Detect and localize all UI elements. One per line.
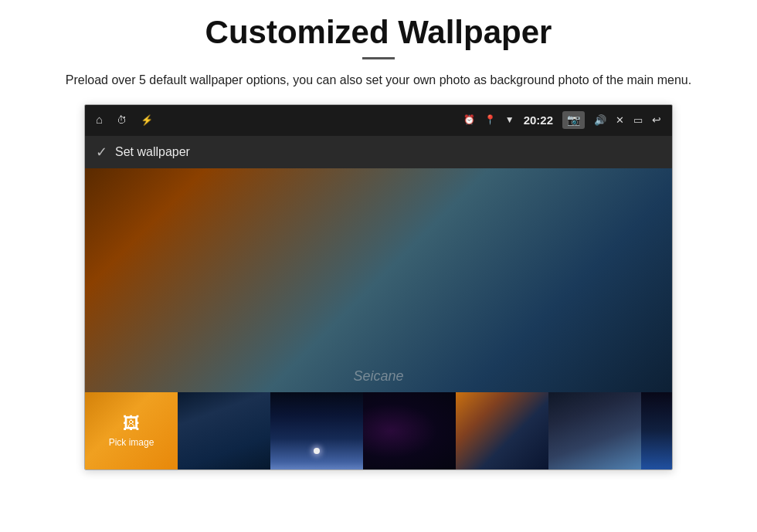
back-icon: ↩ [652, 114, 661, 127]
wallpaper-thumb-2[interactable] [270, 392, 363, 469]
android-mockup: ⌂ ⏱ ⚡ ⏰ 📍 ▼ 20:22 📷 🔊 ✕ ▭ ↩ ✓ Set wallpa… [84, 104, 673, 470]
window-icon: ▭ [633, 114, 643, 127]
pick-image-label: Pick image [109, 437, 154, 448]
home-icon: ⌂ [96, 114, 103, 127]
set-wallpaper-label: Set wallpaper [115, 145, 190, 159]
wallpaper-thumb-6[interactable] [641, 392, 672, 469]
image-pick-icon: 🖼 [123, 414, 140, 434]
location-icon: 📍 [484, 114, 496, 126]
clock-icon: ⏱ [117, 114, 127, 127]
thumbnails-row: 🖼 Pick image [85, 392, 672, 469]
page-title: Customized Wallpaper [23, 14, 734, 51]
alarm-icon: ⏰ [463, 114, 475, 126]
status-bar: ⌂ ⏱ ⚡ ⏰ 📍 ▼ 20:22 📷 🔊 ✕ ▭ ↩ [85, 105, 672, 136]
status-bar-left: ⌂ ⏱ ⚡ [96, 114, 153, 127]
close-icon: ✕ [616, 114, 624, 127]
wallpaper-thumb-5[interactable] [548, 392, 641, 469]
page-subtitle: Preload over 5 default wallpaper options… [23, 70, 734, 90]
camera-button[interactable]: 📷 [562, 111, 585, 129]
check-icon: ✓ [96, 144, 107, 161]
volume-icon: 🔊 [594, 114, 606, 127]
wallpaper-thumb-4[interactable] [456, 392, 548, 469]
page-wrapper: Customized Wallpaper Preload over 5 defa… [0, 0, 757, 478]
usb-icon: ⚡ [141, 114, 153, 127]
status-time: 20:22 [524, 114, 553, 127]
status-bar-right: ⏰ 📍 ▼ 20:22 📷 🔊 ✕ ▭ ↩ [463, 111, 661, 129]
wallpaper-thumb-3[interactable] [363, 392, 456, 469]
watermark: Seicane [353, 368, 403, 385]
wallpaper-preview: Seicane [85, 168, 672, 392]
action-bar: ✓ Set wallpaper [85, 136, 672, 168]
wifi-icon: ▼ [505, 114, 514, 126]
pick-image-thumb[interactable]: 🖼 Pick image [85, 392, 178, 469]
title-divider [362, 57, 395, 59]
wallpaper-thumb-1[interactable] [178, 392, 270, 469]
